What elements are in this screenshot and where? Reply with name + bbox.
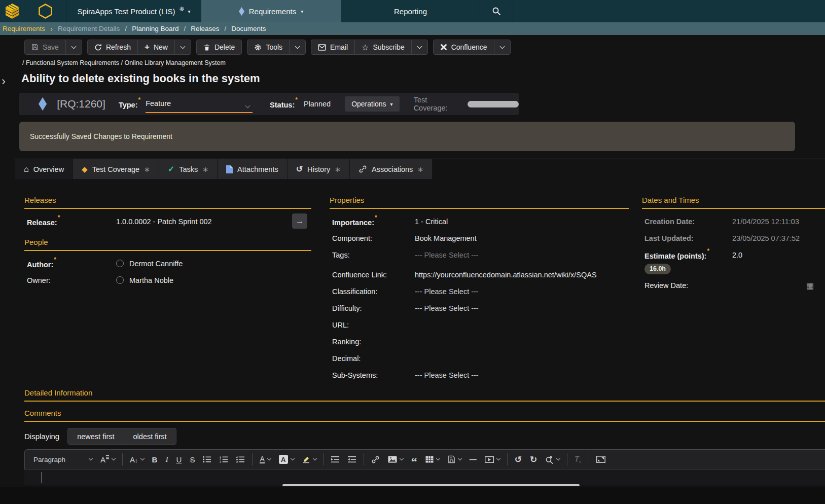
nav-tab-requirements[interactable]: Requirements ▾ — [201, 0, 341, 22]
todo-list-icon — [236, 456, 245, 463]
app-logo-button[interactable] — [0, 0, 24, 22]
success-alert: Successfully Saved Changes to Requiremen… — [19, 122, 795, 151]
paragraph-style-select[interactable]: Paragraph — [30, 452, 96, 466]
tab-overview[interactable]: ⌂ Overview — [15, 159, 73, 179]
font-family-button[interactable]: A — [97, 452, 119, 466]
go-to-release-button[interactable]: → — [292, 213, 307, 229]
new-dropdown-button[interactable] — [174, 40, 191, 54]
redo-button[interactable]: ↻ — [526, 452, 541, 466]
delete-button[interactable]: Delete — [197, 40, 241, 54]
template-icon — [448, 455, 455, 463]
insert-link-button[interactable] — [368, 452, 383, 466]
classification-field-row: Classification: --- Please Select --- — [330, 283, 629, 300]
underline-button[interactable]: U — [173, 452, 186, 466]
tools-button[interactable]: Tools — [247, 40, 289, 54]
image-icon — [388, 456, 397, 463]
requirement-toolbar: Save Refresh + New Delete — [24, 40, 511, 55]
confluence-dropdown-button[interactable] — [494, 40, 510, 54]
strikethrough-button[interactable]: S — [186, 452, 198, 466]
refresh-button[interactable]: Refresh — [88, 40, 137, 54]
release-value[interactable]: 1.0.0.0002 - Patch Sprint 002 — [116, 218, 311, 226]
tab-attachments[interactable]: Attachments — [218, 159, 288, 179]
bulleted-list-button[interactable] — [199, 452, 215, 466]
font-size-button[interactable]: A↕ — [126, 452, 148, 466]
tools-dropdown-button[interactable] — [289, 40, 305, 54]
italic-button[interactable]: I — [162, 452, 171, 466]
workspace-hex-button[interactable] — [24, 0, 67, 22]
undo-button[interactable]: ↺ — [511, 452, 525, 466]
component-value[interactable]: Book Management — [415, 234, 629, 242]
editor-content-area[interactable] — [24, 470, 825, 485]
tab-history[interactable]: ↺ History ∗ — [288, 159, 350, 179]
email-button[interactable]: Email — [311, 40, 354, 54]
section-heading-people: People — [24, 238, 311, 251]
operations-button[interactable]: Operations ▾ — [345, 96, 400, 112]
horizontal-line-button[interactable]: — — [466, 452, 480, 466]
tab-associations[interactable]: Associations ∗ — [350, 159, 433, 179]
font-background-icon: A — [279, 455, 288, 464]
calendar-icon[interactable]: ▦ — [806, 281, 814, 291]
numbered-list-button[interactable]: 123 — [216, 452, 232, 466]
bold-button[interactable]: B — [149, 452, 161, 466]
horizontal-scrollbar-thumb[interactable] — [282, 484, 580, 486]
highlight-button[interactable] — [299, 452, 320, 466]
breadcrumb-releases[interactable]: Releases — [191, 25, 219, 32]
block-quote-button[interactable]: “ — [408, 452, 421, 466]
insert-template-button[interactable] — [444, 452, 465, 466]
tab-tasks[interactable]: ✓ Tasks ∗ — [159, 159, 218, 179]
author-value[interactable]: Dermot Canniffe — [116, 260, 311, 268]
subscribe-button[interactable]: ☆ Subscribe — [354, 40, 411, 54]
underline-icon: U — [176, 455, 182, 464]
find-and-replace-button[interactable] — [542, 452, 563, 466]
owner-field-row: Owner: Martha Noble — [24, 272, 311, 289]
confluence-link-label: Confluence Link: — [332, 271, 415, 279]
product-selector[interactable]: SpiraApps Test Product (LIS) ▾ — [67, 0, 201, 22]
find-replace-icon — [545, 455, 554, 464]
save-button[interactable]: Save — [25, 40, 65, 54]
breadcrumb-documents[interactable]: Documents — [231, 25, 266, 32]
classification-value[interactable]: --- Please Select --- — [415, 287, 629, 296]
save-dropdown-button[interactable] — [65, 40, 82, 54]
font-background-color-button[interactable]: A — [275, 452, 298, 466]
confluence-button[interactable]: Confluence — [434, 40, 494, 54]
new-button[interactable]: + New — [137, 40, 174, 54]
estimate-field-row: Estimate (points):* 2.0 — [642, 246, 825, 263]
sort-newest-first-button[interactable]: newest first — [67, 428, 124, 445]
tags-value[interactable]: --- Please Select --- — [415, 251, 629, 259]
estimate-value[interactable]: 2.0 — [732, 251, 825, 259]
insert-media-button[interactable] — [481, 452, 504, 466]
insert-table-button[interactable] — [422, 452, 443, 466]
sub-systems-value[interactable]: --- Please Select --- — [415, 371, 629, 379]
refresh-icon — [94, 44, 102, 51]
author-label: Author:* — [27, 259, 116, 269]
gear-icon — [179, 6, 185, 12]
todo-list-button[interactable] — [233, 452, 248, 466]
difficulty-value[interactable]: --- Please Select --- — [415, 304, 629, 312]
outdent-button[interactable] — [344, 452, 360, 466]
search-button[interactable] — [480, 0, 513, 22]
importance-value[interactable]: 1 - Critical — [415, 218, 629, 226]
nav-tab-reporting[interactable]: Reporting — [341, 0, 480, 22]
tab-test-coverage[interactable]: ◆ Test Coverage ∗ — [73, 159, 159, 179]
confluence-link-value[interactable]: https://yourconfluencedomain.atlassian.n… — [415, 271, 629, 279]
envelope-icon — [318, 44, 326, 51]
breadcrumb-planning-board[interactable]: Planning Board — [132, 25, 178, 32]
nav-empty-space — [513, 0, 825, 22]
insert-image-button[interactable] — [384, 452, 407, 466]
required-marker: * — [58, 214, 60, 221]
estimate-hours-row: 16.0h — [642, 263, 825, 277]
tools-label: Tools — [266, 43, 282, 51]
quote-icon: “ — [411, 459, 417, 464]
font-color-button[interactable]: A — [256, 452, 274, 466]
type-select[interactable]: Feature — [146, 95, 253, 113]
owner-value[interactable]: Martha Noble — [116, 276, 311, 284]
section-heading-detailed-information: Detailed Information — [24, 388, 825, 402]
subscribe-dropdown-button[interactable] — [411, 40, 427, 54]
sort-oldest-first-button[interactable]: oldest first — [124, 428, 176, 445]
top-nav: SpiraApps Test Product (LIS) ▾ Requireme… — [0, 0, 825, 22]
remove-format-button[interactable]: T× — [571, 452, 585, 466]
sidebar-expand-chevron[interactable]: › — [2, 75, 6, 87]
indent-button[interactable] — [328, 452, 343, 466]
fullscreen-button[interactable] — [593, 452, 609, 466]
breadcrumb-requirements[interactable]: Requirements — [3, 25, 45, 32]
